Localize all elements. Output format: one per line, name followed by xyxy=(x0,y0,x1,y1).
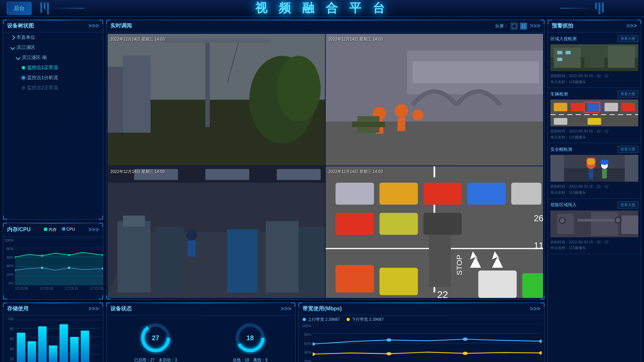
svg-point-9 xyxy=(68,254,70,256)
alert-panel-more[interactable]: >>> xyxy=(626,22,637,29)
video-timestamp-2: 2022年12月14日 星期三 14:03 xyxy=(328,37,383,42)
video-svg-3 xyxy=(108,166,325,298)
device-status-panel: 设备状态 >>> xyxy=(106,302,296,362)
legend-download-label: 下行带宽 2.39687 xyxy=(352,317,384,322)
alert-type-3: 安全帽检测 查看大图 xyxy=(550,146,638,153)
split-1x1-btn[interactable] xyxy=(511,23,518,29)
video-cell-2[interactable]: 2022年12月14日 星期三 14:03 xyxy=(326,34,543,166)
legend-dot-upload xyxy=(303,318,306,321)
alert-label-3: 安全帽检测 xyxy=(550,146,572,153)
deco-bar-3 xyxy=(47,2,49,14)
memory-cpu-more[interactable]: >>> xyxy=(88,226,99,233)
storage-more[interactable]: >>> xyxy=(88,305,99,312)
svg-rect-53 xyxy=(397,117,405,131)
svg-rect-147 xyxy=(591,212,618,236)
video-cell-4[interactable]: 2022年12月14日 星期三 14:03 STOP xyxy=(326,166,543,298)
video-cell-3[interactable]: 2022年12月14日 星期三 14:03 xyxy=(108,166,325,298)
svg-rect-24 xyxy=(38,326,47,362)
tree-label-city: 市直单位 xyxy=(16,35,35,41)
device-status-header: 设备状态 >>> xyxy=(106,303,295,315)
svg-text:11: 11 xyxy=(534,240,543,250)
alert-thumb-3 xyxy=(550,155,638,182)
alert-label-2: 车辆检测 xyxy=(550,91,568,97)
svg-rect-80 xyxy=(379,183,418,204)
deco-bar-1 xyxy=(40,2,42,12)
header-deco-left xyxy=(40,2,84,14)
alert-view-btn-2[interactable]: 查看大图 xyxy=(618,90,638,98)
svg-marker-11 xyxy=(15,268,103,285)
dot-blue-icon xyxy=(22,76,25,79)
legend-cpu: CPU xyxy=(62,227,75,233)
memory-cpu-header: 内存/CPU 内存 CPU >>> xyxy=(3,223,103,237)
split-controls: 分屏： xyxy=(495,22,540,29)
alert-time-2: 抓拍时间：2022-09-30 16：32：12 xyxy=(550,128,638,134)
svg-point-140 xyxy=(600,160,608,165)
left-column: 设备树状图 >>> 市直单位 滨江浦区 滨江浦区-南 监控点1正常 xyxy=(3,19,103,362)
tree-item-monitor1-normal[interactable]: 监控点1正常流 xyxy=(3,63,103,73)
alert-view-btn-3[interactable]: 查看大图 xyxy=(618,146,638,153)
video-grid: 2022年12月14日 星期三 14:03 xyxy=(106,33,544,299)
svg-rect-145 xyxy=(557,214,574,234)
alert-thumb-4 xyxy=(550,210,638,237)
tree-item-binjiang-south[interactable]: 滨江浦区-南 xyxy=(3,53,103,63)
video-more[interactable]: >>> xyxy=(530,22,540,29)
alert-svg-3 xyxy=(550,155,638,182)
svg-rect-84 xyxy=(335,213,374,235)
svg-point-153 xyxy=(615,218,620,222)
device-status-more[interactable]: >>> xyxy=(281,305,291,312)
svg-rect-29 xyxy=(512,24,516,28)
device-tree-header: 设备树状图 >>> xyxy=(3,20,103,33)
alert-camera-2: 布点名称：115摄像头 xyxy=(550,134,638,140)
detection-box-vehicle xyxy=(584,102,600,113)
svg-rect-70 xyxy=(188,240,196,257)
svg-point-13 xyxy=(41,267,43,269)
deco-bar-r3 xyxy=(602,2,604,12)
back-button[interactable]: 后台 xyxy=(7,2,32,15)
svg-point-112 xyxy=(463,352,468,355)
dot-gray-icon xyxy=(22,86,25,89)
alert-view-btn-1[interactable]: 查看大图 xyxy=(618,35,638,42)
svg-rect-148 xyxy=(622,215,638,234)
tree-item-monitor1-analysis[interactable]: 监控点1分析流 xyxy=(3,73,103,83)
bandwidth-more[interactable]: >>> xyxy=(530,305,540,312)
svg-point-111 xyxy=(386,352,391,355)
video-svg-1 xyxy=(108,34,325,166)
alert-panel-title: 预警抓拍 xyxy=(552,22,573,29)
alert-camera-1: 布点名称：115摄像头 xyxy=(550,79,638,85)
svg-rect-117 xyxy=(584,51,604,68)
bw-y-labels: 100% 80% 60% 40% 20% 0% xyxy=(301,324,313,362)
deco-bar-r2 xyxy=(598,2,600,14)
video-title: 实时调阅 xyxy=(110,22,132,29)
tree-item-binjiang[interactable]: 滨江浦区 xyxy=(3,43,103,53)
svg-rect-27 xyxy=(70,337,78,362)
legend-memory: 内存 xyxy=(44,227,56,233)
legend-dot-download xyxy=(346,318,350,321)
tree-item-city[interactable]: 市直单位 xyxy=(3,33,103,43)
video-header: 实时调阅 分屏： xyxy=(106,20,544,33)
tree-item-monitor2-normal[interactable]: 监控点2正常流 xyxy=(3,83,103,93)
svg-rect-33 xyxy=(524,26,526,28)
chart-x-labels: 17:23:05 17:23:10 17:23:15 17:23:20 xyxy=(15,285,103,292)
svg-rect-127 xyxy=(622,103,635,111)
svg-rect-135 xyxy=(625,155,638,182)
alert-item-3: 安全帽检测 查看大图 xyxy=(548,143,641,198)
tree-label-m1a: 监控点1分析流 xyxy=(27,75,58,81)
memory-cpu-svg xyxy=(15,238,103,285)
svg-rect-126 xyxy=(604,103,618,111)
middle-column: 实时调阅 分屏： xyxy=(106,19,545,362)
video-svg-4: STOP xyxy=(326,166,543,298)
svg-rect-82 xyxy=(467,183,506,204)
donut-active-value: 27 xyxy=(152,334,159,342)
svg-rect-88 xyxy=(379,268,418,295)
storage-header: 存储使用 >>> xyxy=(3,303,103,315)
split-2x2-btn[interactable] xyxy=(520,23,527,29)
donut-online-chart: 18 xyxy=(233,321,267,355)
device-tree-more[interactable]: >>> xyxy=(88,22,99,29)
device-tree-title: 设备树状图 xyxy=(7,22,34,29)
svg-rect-124 xyxy=(571,103,584,111)
alert-view-btn-4[interactable]: 查看大图 xyxy=(618,201,638,208)
svg-point-54 xyxy=(413,110,424,121)
video-cell-1[interactable]: 2022年12月14日 星期三 14:03 xyxy=(108,34,325,166)
storage-panel: 存储使用 >>> 100 80 60 40 20 0 xyxy=(3,302,103,362)
donut-active: 27 已启用：27 未启动：3 xyxy=(134,321,177,362)
